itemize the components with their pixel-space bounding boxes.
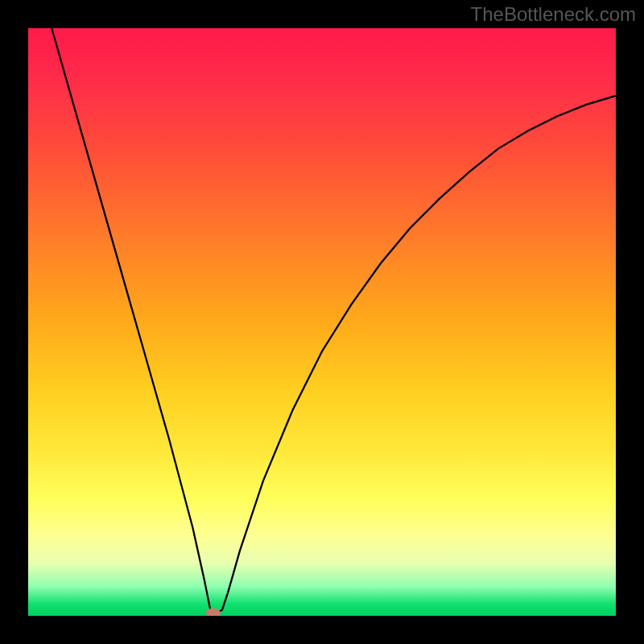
plot-area [28,28,616,616]
optimal-marker [206,608,221,616]
curve-svg [28,28,616,616]
watermark-text: TheBottleneck.com [471,3,636,26]
chart-container: TheBottleneck.com [0,0,644,644]
bottleneck-curve [52,28,616,613]
